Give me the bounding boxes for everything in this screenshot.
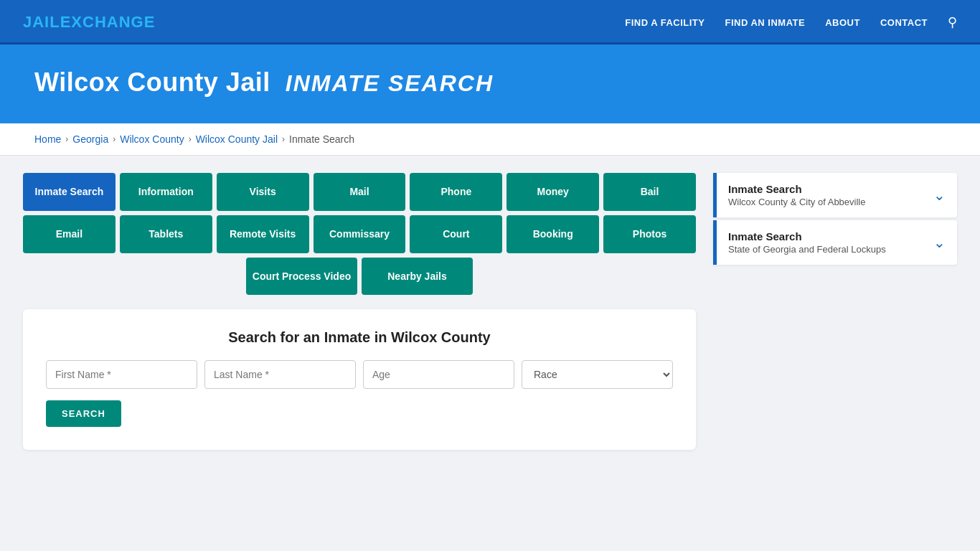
search-fields: Race White Black Hispanic Asian Other — [46, 360, 673, 389]
race-select[interactable]: Race White Black Hispanic Asian Other — [522, 360, 673, 389]
tab-court[interactable]: Court — [410, 215, 502, 253]
sidebar-card-georgia-text: Inmate Search State of Georgia and Feder… — [728, 230, 886, 255]
sep-3: › — [189, 134, 192, 144]
breadcrumb: Home › Georgia › Wilcox County › Wilcox … — [0, 123, 980, 156]
tab-information[interactable]: Information — [120, 173, 212, 211]
tab-phone[interactable]: Phone — [410, 173, 502, 211]
nav-links: FIND A FACILITY FIND AN INMATE ABOUT CON… — [625, 14, 957, 30]
brand-part2: EXCHANGE — [60, 13, 156, 31]
right-panel: Inmate Search Wilcox County & City of Ab… — [713, 173, 957, 450]
first-name-input[interactable] — [46, 360, 197, 389]
sep-1: › — [65, 134, 68, 144]
tabs-row2: Email Tablets Remote Visits Commissary C… — [23, 215, 696, 253]
search-form-title: Search for an Inmate in Wilcox County — [46, 329, 673, 346]
breadcrumb-current: Inmate Search — [289, 133, 354, 145]
breadcrumb-georgia[interactable]: Georgia — [72, 133, 108, 145]
main-content: Inmate Search Information Visits Mail Ph… — [0, 156, 980, 467]
navbar: JAILEXCHANGE FIND A FACILITY FIND AN INM… — [0, 0, 980, 44]
sidebar-card-georgia-title: Inmate Search — [728, 230, 886, 242]
page-title: Wilcox County Jail INMATE SEARCH — [34, 67, 946, 98]
tabs-row3: Court Process Video Nearby Jails — [23, 258, 696, 296]
sidebar-card-georgia-sub: State of Georgia and Federal Lockups — [728, 244, 886, 255]
sidebar-card-wilcox-title: Inmate Search — [728, 183, 865, 195]
tab-bail[interactable]: Bail — [603, 173, 696, 211]
sidebar-card-georgia[interactable]: Inmate Search State of Georgia and Feder… — [713, 220, 957, 265]
age-input[interactable] — [363, 360, 514, 389]
tab-remote-visits[interactable]: Remote Visits — [217, 215, 309, 253]
hero-section: Wilcox County Jail INMATE SEARCH — [0, 44, 980, 123]
tab-court-process-video[interactable]: Court Process Video — [246, 258, 357, 296]
contact-link[interactable]: CONTACT — [880, 17, 928, 28]
sidebar-card-wilcox-text: Inmate Search Wilcox County & City of Ab… — [728, 183, 865, 207]
sidebar-card-wilcox-sub: Wilcox County & City of Abbeville — [728, 197, 865, 207]
tab-tablets[interactable]: Tablets — [120, 215, 212, 253]
breadcrumb-home[interactable]: Home — [34, 133, 61, 145]
tab-booking[interactable]: Booking — [507, 215, 599, 253]
tab-commissary[interactable]: Commissary — [314, 215, 406, 253]
search-button[interactable]: SEARCH — [46, 400, 121, 427]
left-panel: Inmate Search Information Visits Mail Ph… — [23, 173, 696, 450]
find-facility-link[interactable]: FIND A FACILITY — [625, 17, 705, 28]
tabs-row1: Inmate Search Information Visits Mail Ph… — [23, 173, 696, 211]
hero-title: Wilcox County Jail — [34, 67, 270, 97]
tab-photos[interactable]: Photos — [603, 215, 696, 253]
brand-part1: JAIL — [23, 13, 60, 31]
search-icon[interactable]: ⚲ — [948, 14, 957, 30]
about-link[interactable]: ABOUT — [825, 17, 860, 28]
brand-logo[interactable]: JAILEXCHANGE — [23, 13, 155, 32]
tab-inmate-search[interactable]: Inmate Search — [23, 173, 116, 211]
breadcrumb-wilcox-county[interactable]: Wilcox County — [120, 133, 184, 145]
find-inmate-link[interactable]: FIND AN INMATE — [725, 17, 805, 28]
tab-mail[interactable]: Mail — [314, 173, 406, 211]
breadcrumb-wilcox-jail[interactable]: Wilcox County Jail — [196, 133, 278, 145]
sidebar-card-wilcox[interactable]: Inmate Search Wilcox County & City of Ab… — [713, 173, 957, 217]
last-name-input[interactable] — [204, 360, 356, 389]
chevron-down-icon: ⌄ — [933, 187, 946, 204]
tab-email[interactable]: Email — [23, 215, 116, 253]
search-form: Search for an Inmate in Wilcox County Ra… — [23, 309, 696, 450]
hero-subtitle: INMATE SEARCH — [286, 70, 494, 96]
sep-2: › — [113, 134, 116, 144]
tab-visits[interactable]: Visits — [217, 173, 309, 211]
tab-money[interactable]: Money — [507, 173, 599, 211]
chevron-down-icon-2: ⌄ — [933, 234, 946, 251]
tab-nearby-jails[interactable]: Nearby Jails — [362, 258, 473, 296]
sep-4: › — [282, 134, 285, 144]
